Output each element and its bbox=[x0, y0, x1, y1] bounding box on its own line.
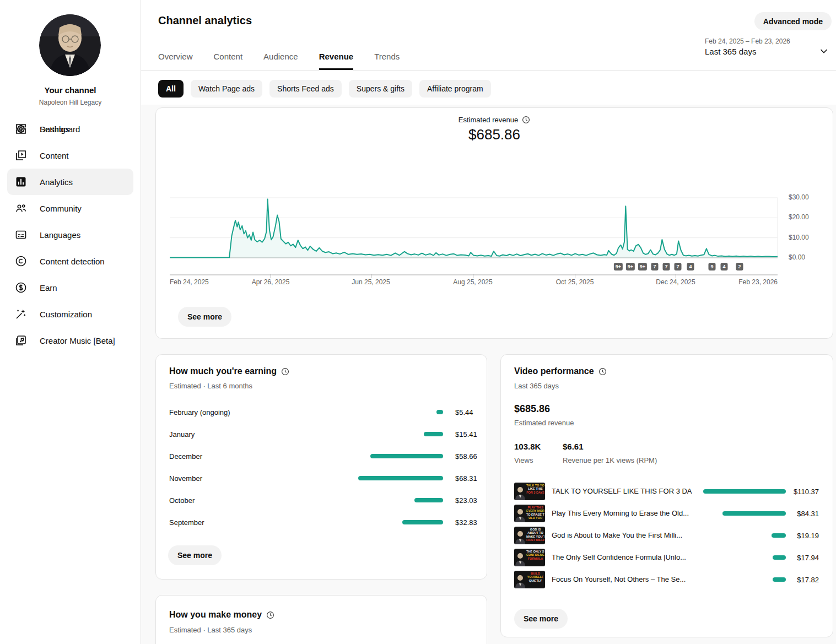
revenue-line-chart[interactable] bbox=[170, 193, 778, 264]
video-row-3[interactable]: GOD ISABOUT TOMAKE YOU THEFIRST MILLIONA… bbox=[501, 524, 833, 546]
video-revenue-bar bbox=[773, 555, 786, 560]
chart-badge[interactable]: 9+ bbox=[614, 263, 623, 270]
chip-watch-page-ads[interactable]: Watch Page ads bbox=[191, 80, 262, 98]
chart-badge[interactable]: 4 bbox=[687, 263, 694, 270]
chart-badge[interactable]: 7 bbox=[663, 263, 670, 270]
chart-badge[interactable]: 9 bbox=[709, 263, 716, 270]
chart-badge[interactable]: 2 bbox=[736, 263, 743, 270]
video-row-4[interactable]: THE ONLY SELFCONFIDENCEFORMULAThe Only S… bbox=[501, 546, 833, 569]
video-title[interactable]: Focus On Yourself, Not Others – The Se..… bbox=[552, 575, 686, 583]
thumbnail-portrait bbox=[515, 484, 526, 500]
sidebar-settings: Settings bbox=[0, 116, 141, 644]
video-thumbnail[interactable]: BUILDYOURSELFQUIETLY bbox=[514, 571, 545, 588]
y-axis-label: $0.00 bbox=[789, 253, 805, 261]
video-row-2[interactable]: PLAY THISEVERY MORNINGTO ERASE THEOLD YO… bbox=[501, 502, 833, 524]
earning-month-label: January bbox=[169, 430, 195, 439]
chart-badge[interactable]: 4 bbox=[721, 263, 728, 270]
video-title[interactable]: TALK TO YOURSELF LIKE THIS FOR 3 DA... bbox=[552, 487, 692, 495]
earning-value: $5.44 bbox=[455, 408, 473, 416]
chart-badge[interactable]: 9+ bbox=[638, 263, 647, 270]
gear-icon bbox=[14, 122, 28, 136]
revenue-filter-chips: AllWatch Page adsShorts Feed adsSupers &… bbox=[158, 80, 491, 98]
video-revenue-value: $19.19 bbox=[797, 532, 819, 540]
tab-revenue[interactable]: Revenue bbox=[319, 46, 354, 70]
youtube-studio-analytics: Your channel Napoleon Hill Legacy Dashbo… bbox=[0, 0, 836, 644]
x-axis-label: Jun 25, 2025 bbox=[352, 278, 390, 286]
video-title[interactable]: Play This Every Morning to Erase the Old… bbox=[552, 509, 689, 517]
revenue-chart-card: Estimated revenue $685.86 $30.00$20.00$1… bbox=[155, 107, 833, 339]
earnings-title-text: How much you're earning bbox=[169, 366, 277, 376]
chart-badge[interactable]: 7 bbox=[675, 263, 682, 270]
chart-badge[interactable]: 9+ bbox=[626, 263, 635, 270]
earning-row-october[interactable]: October$23.03 bbox=[156, 489, 487, 511]
avatar-portrait bbox=[39, 14, 101, 76]
channel-name: Napoleon Hill Legacy bbox=[0, 99, 141, 106]
advanced-mode-button[interactable]: Advanced mode bbox=[754, 12, 832, 30]
video-thumbnail[interactable]: PLAY THISEVERY MORNINGTO ERASE THEOLD YO… bbox=[514, 505, 545, 522]
clock-icon bbox=[598, 367, 607, 376]
earning-value: $23.03 bbox=[455, 496, 477, 505]
rpm-label: Revenue per 1K views (RPM) bbox=[563, 456, 657, 464]
analytics-tabs: OverviewContentAudienceRevenueTrends bbox=[158, 46, 400, 70]
estimated-revenue-value: $685.86 bbox=[156, 126, 833, 143]
chip-shorts-feed-ads[interactable]: Shorts Feed ads bbox=[269, 80, 342, 98]
x-axis-tick bbox=[575, 274, 575, 278]
video-thumbnail[interactable]: TALK TO YOURSELFLIKE THISFOR 3 DAYS bbox=[514, 483, 545, 500]
video-revenue-value: $84.31 bbox=[797, 510, 819, 518]
video-see-more-button[interactable]: See more bbox=[514, 609, 568, 629]
date-range-selector[interactable]: Feb 24, 2025 – Feb 23, 2026 Last 365 day… bbox=[705, 37, 790, 56]
tab-content[interactable]: Content bbox=[214, 46, 243, 70]
video-revenue-bar bbox=[772, 533, 786, 538]
chip-all[interactable]: All bbox=[158, 80, 184, 98]
chip-supers-gifts[interactable]: Supers & gifts bbox=[349, 80, 412, 98]
earnings-see-more-button[interactable]: See more bbox=[168, 545, 222, 565]
sidebar-item-settings[interactable]: Settings bbox=[0, 116, 141, 142]
views-value: 103.8K bbox=[514, 442, 541, 451]
x-axis-tick bbox=[473, 274, 473, 278]
chevron-down-icon[interactable] bbox=[819, 46, 829, 56]
y-axis-label: $20.00 bbox=[789, 213, 809, 221]
x-axis-label: Aug 25, 2025 bbox=[453, 278, 492, 286]
revenue-chart-svg bbox=[170, 193, 778, 264]
video-title[interactable]: God is About to Make You the First Milli… bbox=[552, 531, 682, 539]
video-card-revenue-label: Estimated revenue bbox=[514, 419, 574, 427]
sidebar-item-label: Settings bbox=[40, 125, 69, 134]
earning-row-january[interactable]: January$15.41 bbox=[156, 423, 487, 445]
chip-affiliate-program[interactable]: Affiliate program bbox=[419, 80, 491, 98]
tab-overview[interactable]: Overview bbox=[158, 46, 193, 70]
video-row-5[interactable]: BUILDYOURSELFQUIETLYFocus On Yourself, N… bbox=[501, 569, 833, 591]
video-revenue-bar bbox=[722, 511, 786, 516]
main-content: Channel analytics Advanced mode Feb 24, … bbox=[141, 0, 836, 644]
rpm-value: $6.61 bbox=[563, 442, 584, 451]
tab-trends[interactable]: Trends bbox=[374, 46, 400, 70]
earnings-card: How much you're earning Estimated · Last… bbox=[155, 354, 487, 580]
header: Channel analytics Advanced mode Feb 24, … bbox=[141, 0, 836, 105]
earning-row-december[interactable]: December$58.66 bbox=[156, 445, 487, 467]
earning-bar bbox=[436, 410, 443, 414]
video-revenue-bar bbox=[773, 577, 786, 582]
video-row-1[interactable]: TALK TO YOURSELFLIKE THISFOR 3 DAYSTALK … bbox=[501, 480, 833, 502]
monthly-earnings-list: February (ongoing)$5.44January$15.41Dece… bbox=[156, 401, 487, 533]
x-axis-line bbox=[170, 274, 778, 275]
page-title: Channel analytics bbox=[158, 14, 252, 27]
video-performance-card: Video performance Last 365 days $685.86 … bbox=[500, 354, 833, 637]
earning-bar bbox=[358, 476, 443, 480]
topbar: Channel analytics Advanced mode Feb 24, … bbox=[141, 0, 836, 71]
tab-audience[interactable]: Audience bbox=[263, 46, 298, 70]
clock-icon bbox=[522, 116, 530, 124]
earning-value: $58.66 bbox=[455, 452, 477, 461]
video-title[interactable]: The Only Self Confidence Formula |Unlo..… bbox=[552, 553, 686, 561]
chart-badge[interactable]: 7 bbox=[651, 263, 659, 270]
earning-row-september[interactable]: September$32.83 bbox=[156, 511, 487, 533]
earning-row-february-ongoing[interactable]: February (ongoing)$5.44 bbox=[156, 401, 487, 423]
chart-see-more-button[interactable]: See more bbox=[178, 307, 231, 327]
video-revenue-value: $110.37 bbox=[794, 488, 819, 496]
earning-bar bbox=[414, 498, 443, 502]
video-thumbnail[interactable]: THE ONLY SELFCONFIDENCEFORMULA bbox=[514, 549, 545, 566]
earnings-card-subtitle: Estimated · Last 6 months bbox=[169, 382, 252, 390]
earning-row-november[interactable]: November$68.31 bbox=[156, 467, 487, 489]
video-thumbnail[interactable]: GOD ISABOUT TOMAKE YOU THEFIRST MILLIONA… bbox=[514, 527, 545, 544]
earnings-card-title: How much you're earning bbox=[169, 366, 289, 376]
channel-avatar[interactable] bbox=[39, 14, 101, 76]
x-axis-tick bbox=[676, 274, 676, 278]
